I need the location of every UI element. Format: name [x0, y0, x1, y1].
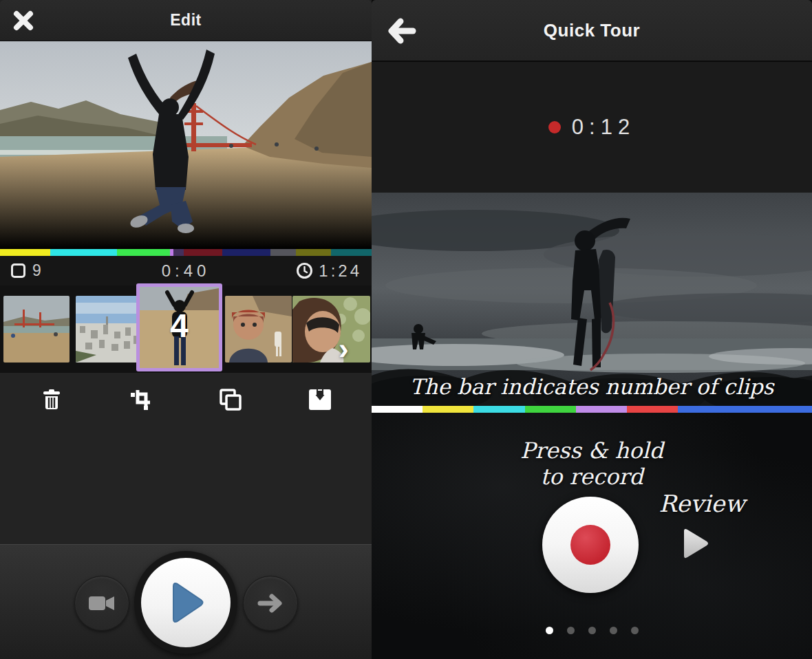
arrow-right-icon: [257, 593, 284, 614]
edit-toolbar: [0, 373, 372, 428]
review-label: Review: [647, 490, 757, 517]
review-play-icon: [679, 526, 712, 561]
save-button[interactable]: [304, 384, 336, 418]
tour-photo-surfer: The bar indicates number of clips: [372, 193, 812, 406]
transport-bar: [0, 544, 372, 659]
play-icon: [165, 581, 206, 625]
video-camera-icon: [88, 594, 116, 612]
selected-clip[interactable]: 4: [136, 283, 222, 371]
review-play-button[interactable]: [679, 526, 712, 561]
page-dot-active[interactable]: [546, 627, 553, 634]
play-button-face: [141, 558, 231, 647]
clip-segment: [331, 249, 372, 256]
recording-time: 0:12: [572, 115, 635, 140]
filmstrip: 4: [0, 285, 372, 373]
camera-button[interactable]: [74, 576, 129, 631]
recording-indicator: 0:12: [372, 62, 812, 193]
close-icon: [11, 8, 36, 33]
clip-segment: [0, 249, 50, 256]
preview-photo-beach-jump: [0, 41, 372, 249]
clip-thumbnail-1[interactable]: [3, 296, 70, 363]
elapsed-time: 0:40: [0, 261, 372, 281]
record-button[interactable]: [542, 497, 639, 593]
page-dots: [372, 627, 812, 634]
edit-topbar: Edit: [0, 0, 372, 41]
tour-caption: The bar indicates number of clips: [372, 374, 812, 399]
page-dot[interactable]: [567, 627, 575, 634]
clip-segment: [50, 249, 117, 256]
page-dot[interactable]: [610, 627, 617, 634]
play-button[interactable]: [134, 551, 237, 654]
clip-segment: [372, 406, 423, 413]
chevron-right-icon: ›: [339, 332, 349, 365]
clip-segment: [296, 249, 331, 256]
beach-jump-illustration: [0, 41, 372, 249]
quick-tour-panel: Quick Tour 0:12: [372, 0, 812, 659]
edit-empty-area: [0, 428, 372, 544]
save-download-icon: [308, 388, 332, 411]
instruction-line-2: to record: [372, 464, 812, 490]
clip-segment: [678, 406, 812, 413]
back-button[interactable]: [385, 17, 417, 45]
page-dot[interactable]: [588, 627, 596, 634]
clips-color-bar: [372, 406, 812, 413]
tour-controls-area: Press & hold to record Review: [372, 413, 812, 659]
thumb-man-selfie: [225, 296, 292, 363]
clip-segment: [270, 249, 296, 256]
clip-segment: [117, 249, 170, 256]
app-screen: Edit: [0, 0, 812, 659]
crop-icon: [129, 388, 153, 411]
clip-segment: [184, 249, 223, 256]
thumb-city-skyline: [76, 296, 142, 363]
recording-dot: [548, 121, 561, 133]
clip-segment: [473, 406, 524, 413]
edit-panel: Edit: [0, 0, 372, 659]
thumb-woman-sunglasses: [292, 296, 370, 363]
edit-status-bar: 9 0:40 1:24: [0, 256, 372, 285]
record-dot: [570, 525, 610, 565]
filmstrip-more-button[interactable]: ›: [339, 335, 349, 363]
clip-segment: [423, 406, 473, 413]
clip-thumbnail-4[interactable]: [225, 296, 292, 363]
next-button[interactable]: [243, 576, 298, 631]
clip-segment: [576, 406, 627, 413]
instruction-line-1: Press & hold: [372, 437, 812, 464]
clip-segment: [627, 406, 678, 413]
clip-segment: [222, 249, 270, 256]
quick-tour-topbar: Quick Tour: [372, 0, 812, 62]
selected-clip-number: 4: [140, 307, 219, 345]
trash-icon: [40, 388, 63, 411]
clip-segment: [173, 249, 184, 256]
delete-button[interactable]: [36, 384, 67, 418]
page-dot[interactable]: [631, 627, 639, 634]
thumb-beach-bridge: [3, 296, 70, 363]
clip-thumbnail-5[interactable]: [292, 296, 370, 363]
clip-segment: [525, 406, 576, 413]
clip-thumbnail-2[interactable]: [76, 296, 142, 363]
crop-button[interactable]: [125, 384, 157, 418]
quick-tour-title: Quick Tour: [544, 20, 640, 41]
edit-progress-bar: [0, 249, 372, 256]
copy-icon: [219, 388, 242, 411]
close-button[interactable]: [11, 8, 36, 33]
back-arrow-icon: [385, 17, 417, 45]
duplicate-button[interactable]: [215, 384, 246, 418]
page-title: Edit: [170, 11, 201, 30]
